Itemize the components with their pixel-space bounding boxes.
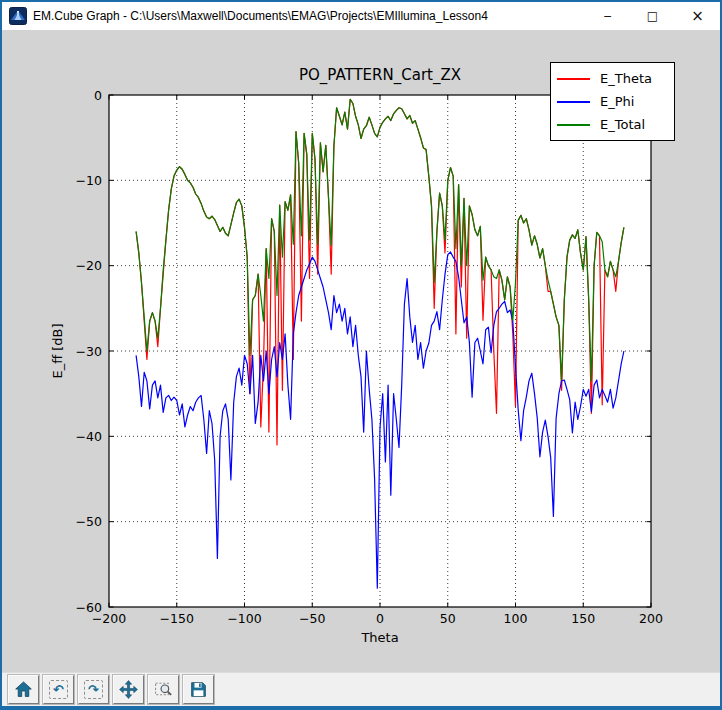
x-tick-label: 100 (504, 611, 528, 626)
plot-title: PO_PATTERN_Cart_ZX (299, 66, 461, 85)
y-axis-label: E_ff [dB] (50, 323, 65, 378)
home-icon (14, 680, 33, 699)
legend-item-e-theta: E_Theta (557, 67, 666, 90)
legend-item-e-phi: E_Phi (557, 90, 666, 113)
e-total-line-swatch (557, 124, 590, 126)
forward-button[interactable]: ↷ (78, 675, 109, 704)
figure-area: −200−150−100−500501001502000−10−20−30−40… (2, 30, 720, 672)
legend-label: E_Theta (600, 71, 652, 86)
x-tick-label: 50 (440, 611, 456, 626)
maximize-button[interactable]: □ (630, 2, 675, 30)
home-button[interactable] (8, 675, 39, 704)
minimize-button[interactable]: ─ (585, 2, 630, 30)
x-tick-label: −150 (160, 611, 194, 626)
maximize-icon: □ (647, 9, 658, 23)
save-icon (189, 680, 208, 699)
close-icon: × (691, 7, 704, 25)
y-tick-label: −20 (76, 258, 102, 273)
legend-label: E_Total (600, 117, 645, 132)
legend: E_Theta E_Phi E_Total (550, 62, 675, 141)
plot-toolbar: ↶ ↷ (2, 672, 720, 706)
x-tick-label: 150 (571, 611, 595, 626)
x-tick-label: −50 (299, 611, 325, 626)
zoom-button[interactable] (148, 675, 179, 704)
y-tick-label: −50 (76, 514, 102, 529)
x-axis-label: Theta (360, 630, 398, 645)
x-tick-label: −100 (227, 611, 261, 626)
x-tick-label: 0 (376, 611, 384, 626)
window-title: EM.Cube Graph - C:\Users\Maxwell\Documen… (33, 9, 585, 23)
zoom-rect-icon (154, 680, 173, 699)
window-controls: ─ □ × (585, 2, 720, 30)
save-button[interactable] (183, 675, 214, 704)
forward-arrow-icon: ↷ (84, 680, 103, 699)
legend-label: E_Phi (600, 94, 634, 109)
y-tick-label: −10 (76, 173, 102, 188)
y-tick-label: −40 (76, 429, 102, 444)
app-window: EM.Cube Graph - C:\Users\Maxwell\Documen… (0, 0, 722, 710)
back-button[interactable]: ↶ (43, 675, 74, 704)
e-phi-line-swatch (557, 101, 590, 103)
pan-arrows-icon (119, 680, 138, 699)
y-tick-label: −60 (76, 600, 102, 615)
y-tick-label: −30 (76, 344, 102, 359)
minimize-icon: ─ (604, 10, 611, 23)
titlebar[interactable]: EM.Cube Graph - C:\Users\Maxwell\Documen… (2, 2, 720, 30)
pan-button[interactable] (113, 675, 144, 704)
y-tick-label: 0 (94, 88, 102, 103)
app-icon (9, 7, 27, 25)
e-theta-line-swatch (557, 78, 590, 80)
back-arrow-icon: ↶ (49, 680, 68, 699)
x-tick-label: 200 (639, 611, 663, 626)
close-button[interactable]: × (675, 2, 720, 30)
legend-item-e-total: E_Total (557, 113, 666, 136)
